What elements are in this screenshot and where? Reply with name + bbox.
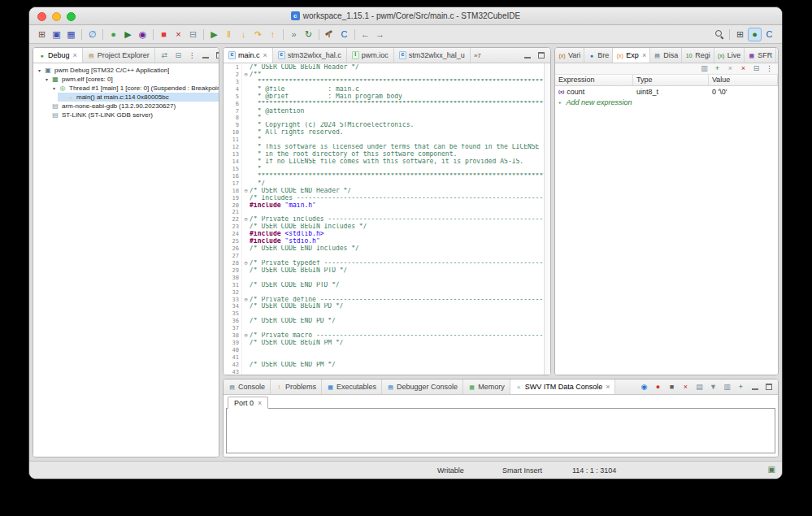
line-number[interactable]: 39 — [224, 340, 241, 347]
restart-button[interactable]: ↻ — [302, 28, 315, 41]
tree-item[interactable]: ▾◎Thread #1 [main] 1 [core: 0] (Suspende… — [33, 84, 219, 93]
line-number[interactable]: 8 — [224, 115, 241, 122]
minimize-view-button[interactable] — [201, 50, 211, 61]
port-0-tab[interactable]: Port 0 × — [228, 397, 268, 409]
close-tab-icon[interactable]: × — [642, 51, 646, 59]
view-menu-button[interactable]: ⋮ — [764, 63, 775, 74]
expand-arrow-icon[interactable]: ▾ — [50, 85, 58, 91]
editor-tab-pwm-ioc[interactable]: pwm.ioc — [347, 48, 394, 63]
view-menu-button[interactable]: ⋮ — [187, 50, 198, 61]
line-number[interactable]: 31 — [224, 282, 241, 289]
line-number[interactable]: 33 — [224, 297, 241, 304]
tab-problems[interactable]: !Problems — [271, 379, 322, 394]
add-port-button[interactable]: + — [736, 382, 746, 392]
tab-project-explorer[interactable]: ▤Project Explorer — [83, 48, 155, 63]
swv-output-area[interactable] — [226, 408, 775, 453]
editor-tab-main-c[interactable]: main.c× — [224, 48, 273, 63]
editor-tab-stm32wlxx-hal-c[interactable]: stm32wlxx_hal.c — [273, 48, 347, 63]
line-number[interactable]: 4 — [224, 86, 241, 93]
stop-trace-button[interactable]: ■ — [667, 382, 677, 392]
tree-item[interactable]: →main() at main.c:114 0x80005bc — [33, 93, 219, 102]
line-number[interactable]: 25 — [224, 238, 241, 245]
collapse-all-button[interactable]: ⊟ — [173, 50, 184, 61]
disconnect-button[interactable]: ⊟ — [186, 28, 200, 41]
debug-button[interactable]: ● — [106, 28, 120, 41]
configure-trace-button[interactable]: ◉ — [639, 382, 649, 392]
line-number[interactable]: 9 — [224, 122, 241, 129]
line-number[interactable]: 16 — [224, 173, 241, 180]
line-number[interactable]: 22 — [224, 216, 241, 223]
open-perspective-button[interactable]: ⊞ — [733, 28, 747, 41]
collapse-all-button[interactable]: ⊟ — [751, 63, 762, 74]
close-tab-icon[interactable]: × — [73, 51, 77, 59]
skip-all-breakpoints-button[interactable]: ∅ — [85, 28, 99, 41]
line-number[interactable]: 27 — [224, 253, 241, 260]
line-number[interactable]: 13 — [224, 151, 241, 158]
tab-overflow-chevron[interactable]: »7 — [471, 52, 484, 59]
instruction-stepping-button[interactable]: » — [287, 28, 301, 41]
tab-breakpoints[interactable]: ●Bre — [584, 48, 613, 63]
fold-marker-icon[interactable]: ⊖ — [241, 332, 250, 340]
tab-disassembly[interactable]: ▤Disa — [650, 48, 682, 63]
line-number[interactable]: 30 — [224, 275, 241, 282]
fold-marker-icon[interactable]: ⊖ — [241, 72, 250, 79]
tab-live-expressions[interactable]: (x)Live — [714, 48, 745, 63]
title-bar[interactable]: c workspace_1.15.1 - pwm/Core/Src/main.c… — [29, 7, 782, 25]
maximize-view-button[interactable] — [763, 382, 774, 392]
step-return-button[interactable]: ↑ — [266, 28, 280, 41]
fold-marker-icon[interactable]: ⊖ — [241, 260, 250, 267]
zoom-window-button[interactable] — [67, 12, 76, 21]
tab-debugger-console[interactable]: ▤Debugger Console — [382, 379, 463, 394]
line-number[interactable]: 6 — [224, 101, 241, 108]
tab-swv-itm-console[interactable]: ≈SWV ITM Data Console× — [510, 379, 616, 394]
minimize-window-button[interactable] — [52, 12, 61, 21]
tab-console[interactable]: ▤Console — [224, 379, 271, 394]
terminate-button[interactable]: ■ — [157, 28, 171, 41]
link-with-editor-button[interactable]: ⇄ — [159, 50, 170, 61]
cpp-perspective-button[interactable]: C — [762, 28, 776, 41]
maximize-view-button[interactable] — [215, 50, 219, 61]
back-button[interactable]: ← — [358, 28, 372, 41]
line-number[interactable]: 36 — [224, 318, 241, 325]
line-number[interactable]: 37 — [224, 325, 241, 332]
line-number[interactable]: 15 — [224, 166, 241, 173]
tree-item[interactable]: ▤arm-none-eabi-gdb (13.2.90.20230627) — [33, 102, 219, 111]
column-header-value[interactable]: Value — [709, 75, 778, 85]
line-number[interactable]: 18 — [224, 188, 241, 195]
line-number[interactable]: 28 — [224, 260, 241, 267]
clear-console-button[interactable]: × — [680, 382, 691, 392]
code-editor[interactable]: 1/* USER CODE BEGIN Header */2⊖/**3 ****… — [224, 63, 550, 375]
close-tab-icon[interactable]: × — [263, 51, 267, 59]
line-number[interactable]: 41 — [224, 354, 241, 362]
build-button[interactable] — [323, 28, 337, 41]
line-number[interactable]: 21 — [224, 209, 241, 216]
line-number[interactable]: 7 — [224, 108, 241, 115]
tree-item[interactable]: ▾▣pwm Debug [STM32 C/C++ Application] — [33, 66, 219, 75]
tab-registers[interactable]: 10Regi — [682, 48, 714, 63]
editor-tab-stm32wlxx-hal-u[interactable]: stm32wlxx_hal_u — [394, 48, 471, 63]
line-number[interactable]: 3 — [224, 79, 241, 86]
expand-arrow-icon[interactable]: ▾ — [36, 67, 43, 73]
tab-sfr[interactable]: ▦SFR — [745, 48, 776, 63]
expand-arrow-icon[interactable]: ▾ — [43, 76, 50, 82]
line-number[interactable]: 32 — [224, 289, 241, 297]
line-number[interactable]: 26 — [224, 245, 241, 253]
tab-memory[interactable]: ▦Memory — [463, 379, 510, 394]
export-log-button[interactable]: ▥ — [722, 382, 732, 392]
add-expression-button[interactable]: + — [712, 63, 723, 74]
line-number[interactable]: 29 — [224, 267, 241, 275]
line-number[interactable]: 11 — [224, 137, 241, 144]
line-number[interactable]: 1 — [224, 64, 241, 72]
new-wizard-button[interactable]: ⊞ — [35, 28, 49, 41]
add-expression-row[interactable]: +Add new expression — [555, 97, 778, 107]
scroll-lock-button[interactable]: ▤ — [694, 382, 705, 392]
minimize-view-button[interactable] — [749, 382, 760, 392]
fold-marker-icon[interactable]: ⊖ — [241, 188, 250, 195]
new-c-file-button[interactable]: C — [337, 28, 351, 41]
status-tray-icon[interactable]: ▣ — [768, 465, 775, 474]
tab-executables[interactable]: ▦Executables — [322, 379, 382, 394]
pin-console-button[interactable]: ▼ — [708, 382, 719, 392]
close-tab-icon[interactable]: × — [606, 383, 610, 391]
line-number[interactable]: 24 — [224, 231, 241, 238]
maximize-view-button[interactable] — [536, 50, 546, 61]
